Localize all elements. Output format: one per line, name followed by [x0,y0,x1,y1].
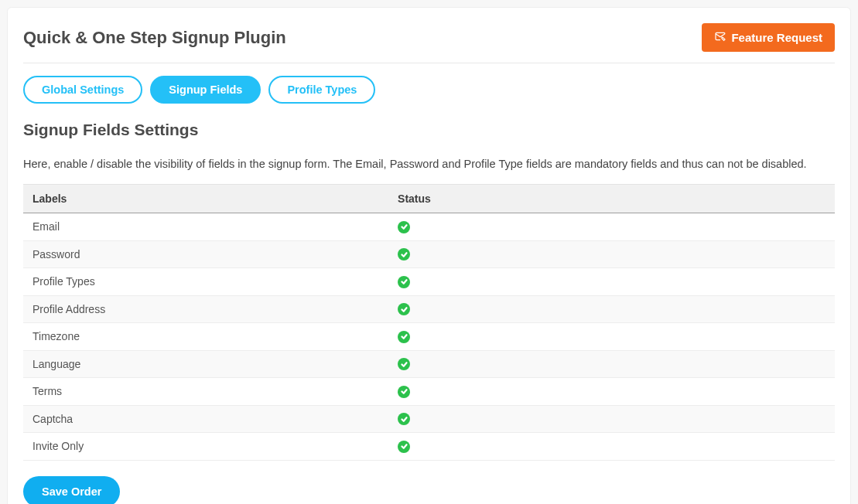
table-row: Terms [23,378,835,406]
tab-signup-fields[interactable]: Signup Fields [150,76,261,104]
row-label: Invite Only [23,433,388,461]
table-row: Password [23,240,835,268]
table-row: Captcha [23,405,835,433]
save-order-button[interactable]: Save Order [23,476,120,505]
table-row: Language [23,350,835,378]
fields-table: Labels Status Email Password Profile Typ… [23,184,835,461]
row-label: Timezone [23,323,388,351]
status-toggle[interactable] [398,276,410,288]
status-toggle[interactable] [398,413,410,425]
row-label: Profile Address [23,295,388,323]
feature-request-label: Feature Request [731,31,822,44]
status-toggle[interactable] [398,441,410,453]
table-row: Profile Types [23,268,835,296]
row-label: Language [23,350,388,378]
table-head-row: Labels Status [23,185,835,213]
status-toggle[interactable] [398,221,410,233]
row-label: Password [23,240,388,268]
status-toggle[interactable] [398,248,410,261]
tab-profile-types[interactable]: Profile Types [268,76,375,104]
tab-global-settings[interactable]: Global Settings [23,76,142,104]
feature-request-button[interactable]: Feature Request [702,23,835,52]
status-toggle[interactable] [398,303,410,315]
description: Here, enable / disable the visibility of… [23,158,835,170]
settings-card: Quick & One Step Signup Plugin Feature R… [7,7,851,504]
table-row: Profile Address [23,295,835,323]
mail-edit-icon [714,30,726,45]
table-row: Invite Only [23,433,835,461]
table-row: Timezone [23,323,835,351]
row-label: Captcha [23,405,388,433]
status-toggle[interactable] [398,331,410,343]
col-labels: Labels [23,185,388,213]
header: Quick & One Step Signup Plugin Feature R… [23,23,835,63]
row-label: Email [23,213,388,241]
table-row: Email [23,213,835,241]
tabs: Global Settings Signup Fields Profile Ty… [23,76,835,104]
row-label: Profile Types [23,268,388,296]
section-title: Signup Fields Settings [23,121,835,139]
page-title: Quick & One Step Signup Plugin [23,28,286,48]
status-toggle[interactable] [398,386,410,398]
col-status: Status [388,185,835,213]
status-toggle[interactable] [398,358,410,370]
row-label: Terms [23,378,388,406]
